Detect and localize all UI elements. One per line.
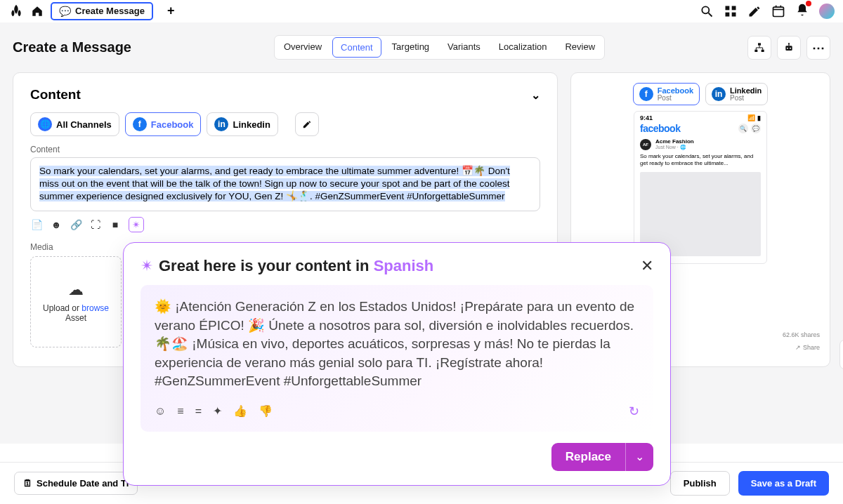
svg-point-17 xyxy=(788,43,790,44)
collapse-icon[interactable]: ⌄ xyxy=(531,88,540,102)
svg-rect-2 xyxy=(726,6,730,10)
linkedin-icon: in xyxy=(214,117,228,131)
channel-facebook[interactable]: f Facebook xyxy=(125,112,202,136)
new-tab-button[interactable]: + xyxy=(167,4,175,18)
thumbs-down-icon[interactable]: 👎 xyxy=(259,404,273,418)
ai-generated-text: 🌞 ¡Atención Generación Z en los Estados … xyxy=(155,298,639,391)
tab-variants[interactable]: Variants xyxy=(438,36,490,59)
ai-emoji-icon[interactable]: ☺ xyxy=(155,405,166,418)
ai-popup-footer: Replace ⌄ xyxy=(140,443,653,471)
media-dropzone[interactable]: ☁︎ Upload or browse Asset xyxy=(30,256,122,347)
content-heading: Content xyxy=(30,87,81,102)
schedule-label: Schedule Date and Ti xyxy=(37,478,129,489)
phone-status-bar: 9:41 📶 ▮ xyxy=(640,114,761,121)
ai-language: Spanish xyxy=(374,257,434,274)
ai-result-body: 🌞 ¡Atención Generación Z en los Estados … xyxy=(140,285,653,432)
attachment-icon[interactable]: 📄 xyxy=(30,218,43,231)
workspace-tab-label: Create Message xyxy=(75,6,145,16)
ai-popup-title: Great here is your content in Spanish xyxy=(159,257,433,275)
ai-sparkle-icon[interactable]: ✦ xyxy=(213,404,222,418)
thumbs-up-icon[interactable]: 👍 xyxy=(233,404,247,418)
workspace-tab[interactable]: 💬 Create Message xyxy=(51,2,153,20)
ai-assist-button[interactable]: ✴ xyxy=(129,217,144,232)
replace-dropdown[interactable]: ⌄ xyxy=(625,443,653,471)
replace-button-group: Replace ⌄ xyxy=(551,443,653,471)
apps-icon[interactable] xyxy=(724,4,738,18)
channel-all[interactable]: 🌐 All Channels xyxy=(30,112,119,136)
cloud-upload-icon: ☁︎ xyxy=(68,281,84,299)
schedule-button[interactable]: 🗓 Schedule Date and Ti xyxy=(14,472,138,495)
topbar-right xyxy=(700,3,835,20)
home-icon[interactable] xyxy=(31,5,44,18)
tab-targeting[interactable]: Targeting xyxy=(383,36,438,59)
ai-result-popup: ✴ Great here is your content in Spanish … xyxy=(123,242,671,486)
edit-channels-button[interactable] xyxy=(295,112,319,136)
ai-shorten-icon[interactable]: = xyxy=(195,405,202,418)
message-icon: 💬 xyxy=(59,6,71,17)
device-toggle: ▯ ▭ xyxy=(839,340,843,369)
media-drop-text: Upload or browse Asset xyxy=(43,303,109,323)
tab-localization[interactable]: Localization xyxy=(490,36,556,59)
hierarchy-button[interactable] xyxy=(747,36,771,60)
svg-rect-12 xyxy=(762,49,764,51)
fb-search-icon: 🔍 xyxy=(738,124,748,133)
calendar-small-icon: 🗓 xyxy=(23,478,32,489)
svg-rect-13 xyxy=(785,46,792,51)
top-bar: 💬 Create Message + xyxy=(0,0,843,22)
link-icon[interactable]: 🔗 xyxy=(70,218,82,231)
channel-facebook-label: Facebook xyxy=(151,119,194,130)
notifications-button[interactable] xyxy=(795,3,809,20)
svg-rect-5 xyxy=(732,12,736,16)
ai-popup-header: ✴ Great here is your content in Spanish … xyxy=(140,257,653,275)
more-button[interactable]: ⋯ xyxy=(806,36,830,60)
svg-point-0 xyxy=(702,6,709,13)
signal-icon: 📶 ▮ xyxy=(747,114,761,121)
tab-review[interactable]: Review xyxy=(556,36,604,59)
message-textarea[interactable]: So mark your calendars, set your alarms,… xyxy=(30,157,540,211)
search-icon[interactable] xyxy=(700,4,714,18)
preview-tab-facebook[interactable]: f FacebookPost xyxy=(633,83,700,105)
expand-icon[interactable]: ⛶ xyxy=(89,218,102,231)
facebook-header: facebook 🔍💬 xyxy=(640,123,761,134)
notification-dot xyxy=(806,1,811,6)
replace-button[interactable]: Replace xyxy=(551,443,625,471)
svg-rect-10 xyxy=(758,43,761,45)
svg-point-14 xyxy=(787,47,788,48)
message-field-label: Content xyxy=(30,145,540,154)
post-timestamp: Just Now · 🌐 xyxy=(655,145,694,150)
reach-estimate: 62.6K shares xyxy=(783,331,820,338)
channel-row: 🌐 All Channels f Facebook in Linkedin xyxy=(30,112,540,136)
facebook-icon: f xyxy=(133,117,147,131)
message-text: So mark your calendars, set your alarms,… xyxy=(39,166,510,201)
svg-rect-11 xyxy=(754,49,757,51)
preview-tab-linkedin[interactable]: in LinkedinPost xyxy=(705,83,768,105)
emoji-icon[interactable]: ☻ xyxy=(50,218,63,231)
save-draft-button[interactable]: Save as a Draft xyxy=(738,471,829,496)
compose-icon[interactable] xyxy=(747,4,762,18)
svg-point-15 xyxy=(790,47,791,48)
topbar-left: 💬 Create Message + xyxy=(8,2,175,20)
bottom-actions: Publish Save as a Draft xyxy=(670,471,829,496)
tab-content[interactable]: Content xyxy=(332,37,381,58)
post-header: AF Acme Fashion Just Now · 🌐 xyxy=(640,138,761,150)
robot-button[interactable] xyxy=(777,36,801,60)
page-actions: ⋯ xyxy=(747,36,830,60)
post-body: So mark your calendars, set your alarms,… xyxy=(640,153,761,168)
user-avatar[interactable] xyxy=(819,4,835,19)
post-author: Acme Fashion xyxy=(655,138,694,145)
facebook-icon: f xyxy=(639,87,653,101)
ai-align-icon[interactable]: ≡ xyxy=(177,405,183,418)
video-icon[interactable]: ■ xyxy=(109,218,122,231)
close-icon[interactable]: ✕ xyxy=(641,257,653,275)
section-tabs: Overview Content Targeting Variants Loca… xyxy=(274,35,605,60)
app-logo-icon xyxy=(8,4,24,19)
regenerate-icon[interactable]: ↻ xyxy=(629,404,639,419)
browse-link[interactable]: browse xyxy=(81,303,109,313)
tab-overview[interactable]: Overview xyxy=(275,36,331,59)
publish-button[interactable]: Publish xyxy=(670,471,730,496)
svg-line-1 xyxy=(709,13,712,16)
calendar-icon[interactable] xyxy=(771,4,785,18)
fb-messenger-icon: 💬 xyxy=(751,124,761,133)
channel-all-label: All Channels xyxy=(56,119,112,130)
channel-linkedin[interactable]: in Linkedin xyxy=(207,112,277,136)
